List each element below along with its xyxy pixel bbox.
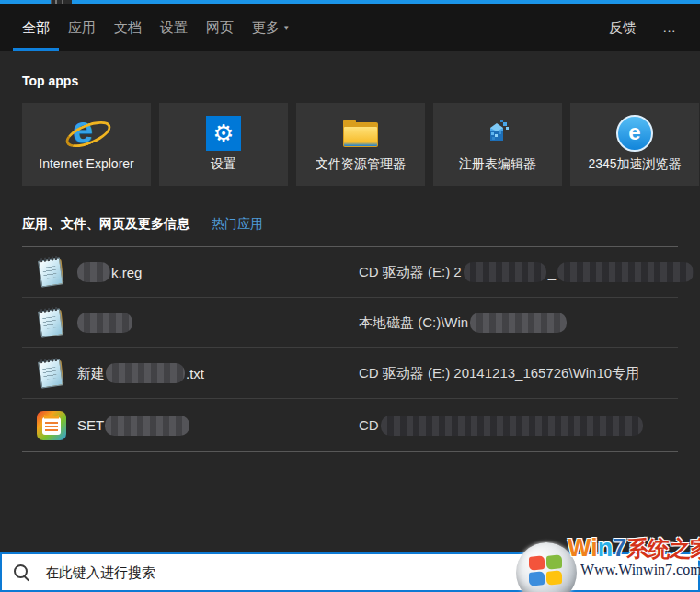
tile-label: 设置 [211,156,236,173]
tile-file-explorer[interactable]: 文件资源管理器 [296,103,425,186]
tile-label: 文件资源管理器 [316,156,406,173]
tab-all-label: 全部 [22,19,50,37]
more-options-icon[interactable]: … [662,23,678,32]
watermark-title: Win7系统之家 [568,535,700,562]
browser-e-icon: e [616,112,653,154]
results-list: k.reg CD 驱动器 (E:) 2_ 本地磁盘 (C:)\Win 新建.tx… [22,246,678,452]
windows-search-panel: 全部 应用 文档 设置 网页 更多 ▾ 反馈 … Top apps [0,0,700,592]
redacted-text [106,363,185,383]
redacted-text [77,313,132,333]
tab-apps[interactable]: 应用 [59,4,105,51]
result-row-reg-file[interactable]: k.reg CD 驱动器 (E:) 2_ [22,247,678,298]
results-header: 应用、文件、网页及更多信息 热门应用 [22,216,263,233]
result-file-name: SET [77,416,189,436]
redacted-text [77,262,110,282]
tile-registry-editor[interactable]: 注册表编辑器 [433,103,562,186]
magnifier-icon [14,564,30,581]
feedback-button[interactable]: 反馈 [609,19,637,37]
search-tab-bar: 全部 应用 文档 设置 网页 更多 ▾ 反馈 … [0,4,700,51]
redacted-text [464,262,546,282]
tile-settings[interactable]: ⚙ 设置 [159,103,288,186]
top-apps-heading: Top apps [22,74,78,88]
result-row-ini-file[interactable]: 本地磁盘 (C:)\Win [22,298,678,348]
chevron-down-icon: ▾ [284,23,289,32]
setup-app-icon [37,411,66,440]
settings-gear-icon: ⚙ [206,112,241,154]
redacted-text [557,262,694,282]
result-file-name: k.reg [77,262,142,282]
hot-apps-link[interactable]: 热门应用 [212,216,263,233]
tab-list: 全部 应用 文档 设置 网页 更多 ▾ [13,4,298,51]
tab-documents[interactable]: 文档 [105,4,151,51]
ie-icon: e [66,112,107,154]
result-file-name [77,313,132,333]
result-row-txt-file[interactable]: 新建.txt CD 驱动器 (E:) 20141213_165726\Win10… [22,348,678,399]
tab-web[interactable]: 网页 [197,4,243,51]
tile-2345-browser[interactable]: e 2345加速浏览器 [570,103,699,186]
tab-all[interactable]: 全部 [13,4,59,51]
result-file-path: 本地磁盘 (C:)\Win [359,298,567,347]
tile-label: 2345加速浏览器 [588,156,681,173]
result-row-setup-app[interactable]: SET CD [22,399,678,452]
top-apps-grid: e Internet Explorer ⚙ 设置 文件资源管理器 [22,103,699,186]
result-file-path: CD [359,399,643,451]
tile-internet-explorer[interactable]: e Internet Explorer [22,103,151,186]
registry-cube-icon [479,112,516,154]
notepad-file-icon [37,359,66,388]
redacted-text [470,313,567,333]
tab-documents-label: 文档 [114,19,142,37]
result-file-path: CD 驱动器 (E:) 2_ [359,247,694,297]
result-file-path: CD 驱动器 (E:) 20141213_165726\Win10专用 [359,348,639,398]
header-actions: 反馈 … [609,4,678,51]
results-heading: 应用、文件、网页及更多信息 [22,216,189,233]
tab-more-label: 更多 [252,19,280,37]
tab-apps-label: 应用 [68,19,96,37]
watermark-text: Win7系统之家 Www.Winwin7.com [568,535,700,578]
text-caret [40,563,40,582]
tab-more[interactable]: 更多 ▾ [243,4,298,51]
folder-icon [343,112,378,154]
result-file-name: 新建.txt [77,363,204,383]
redacted-text [105,416,189,436]
tile-label: Internet Explorer [39,156,134,171]
winwin7-watermark: Win7系统之家 Www.Winwin7.com [514,533,700,592]
tab-settings[interactable]: 设置 [151,4,197,51]
notepad-file-icon [37,308,66,337]
tab-settings-label: 设置 [160,19,188,37]
watermark-url: Www.Winwin7.com [580,562,700,578]
notepad-file-icon [37,257,66,287]
redacted-text [381,416,643,436]
tile-label: 注册表编辑器 [459,156,536,173]
tab-web-label: 网页 [206,19,234,37]
